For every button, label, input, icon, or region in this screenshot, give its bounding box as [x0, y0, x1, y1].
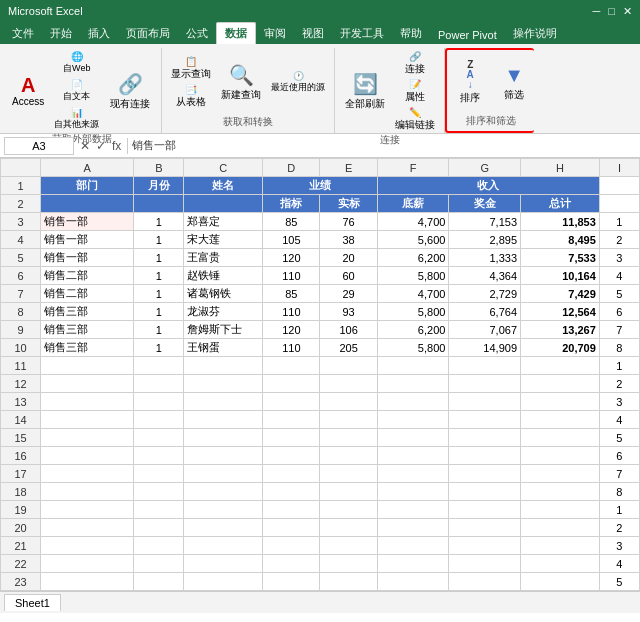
cell-E4[interactable]: 38	[320, 231, 377, 249]
tab-data[interactable]: 数据	[216, 22, 256, 44]
cell-H3[interactable]: 11,853	[521, 213, 600, 231]
tab-insert[interactable]: 插入	[80, 23, 118, 44]
col-E[interactable]: E	[320, 159, 377, 177]
row-num-10[interactable]: 10	[1, 339, 41, 357]
cell-D5[interactable]: 120	[263, 249, 320, 267]
cell-A3[interactable]: 销售一部	[41, 213, 134, 231]
cell-E10[interactable]: 205	[320, 339, 377, 357]
tab-formula[interactable]: 公式	[178, 23, 216, 44]
col-B[interactable]: B	[134, 159, 184, 177]
row-num-1[interactable]: 1	[1, 177, 41, 195]
cell-G2[interactable]: 奖金	[449, 195, 521, 213]
cell-C10[interactable]: 王钢蛋	[184, 339, 263, 357]
cell-H4[interactable]: 8,495	[521, 231, 600, 249]
tab-help[interactable]: 帮助	[392, 23, 430, 44]
confirm-formula-icon[interactable]: ✓	[94, 139, 108, 153]
cell-H5[interactable]: 7,533	[521, 249, 600, 267]
cell-I8[interactable]: 6	[599, 303, 639, 321]
cell-E2[interactable]: 实标	[320, 195, 377, 213]
col-H[interactable]: H	[521, 159, 600, 177]
cell-I10[interactable]: 8	[599, 339, 639, 357]
cell-C8[interactable]: 龙淑芬	[184, 303, 263, 321]
row-num-2[interactable]: 2	[1, 195, 41, 213]
row-num-7[interactable]: 7	[1, 285, 41, 303]
col-I[interactable]: I	[599, 159, 639, 177]
cell-D3[interactable]: 85	[263, 213, 320, 231]
cell-F1[interactable]: 收入	[377, 177, 599, 195]
cell-B3[interactable]: 1	[134, 213, 184, 231]
tab-start[interactable]: 开始	[42, 23, 80, 44]
close-icon[interactable]: ✕	[623, 5, 632, 18]
cell-I2[interactable]	[599, 195, 639, 213]
tab-view[interactable]: 视图	[294, 23, 332, 44]
cell-I3[interactable]: 1	[599, 213, 639, 231]
cell-I9[interactable]: 7	[599, 321, 639, 339]
cell-A8[interactable]: 销售三部	[41, 303, 134, 321]
cell-B5[interactable]: 1	[134, 249, 184, 267]
cell-E5[interactable]: 20	[320, 249, 377, 267]
show-query-button[interactable]: 📋 显示查询	[168, 55, 214, 82]
col-C[interactable]: C	[184, 159, 263, 177]
row-num-3[interactable]: 3	[1, 213, 41, 231]
cell-I1[interactable]	[599, 177, 639, 195]
cell-C2[interactable]	[184, 195, 263, 213]
col-F[interactable]: F	[377, 159, 449, 177]
cell-G7[interactable]: 2,729	[449, 285, 521, 303]
other-sources-button[interactable]: 📊 自其他来源	[51, 106, 102, 132]
cell-A7[interactable]: 销售二部	[41, 285, 134, 303]
cell-C7[interactable]: 诸葛钢铁	[184, 285, 263, 303]
cell-G10[interactable]: 14,909	[449, 339, 521, 357]
tab-page-layout[interactable]: 页面布局	[118, 23, 178, 44]
cell-G8[interactable]: 6,764	[449, 303, 521, 321]
cell-I5[interactable]: 3	[599, 249, 639, 267]
cell-A4[interactable]: 销售一部	[41, 231, 134, 249]
maximize-icon[interactable]: □	[608, 5, 615, 18]
connections-button[interactable]: 🔗 连接	[392, 50, 438, 77]
text-button[interactable]: 📄 自文本	[51, 78, 102, 104]
cell-I6[interactable]: 4	[599, 267, 639, 285]
cell-F4[interactable]: 5,600	[377, 231, 449, 249]
cancel-formula-icon[interactable]: ✕	[78, 139, 92, 153]
new-query-button[interactable]: 🔍 新建查询	[217, 61, 265, 104]
cell-I7[interactable]: 5	[599, 285, 639, 303]
cell-E8[interactable]: 93	[320, 303, 377, 321]
cell-D9[interactable]: 120	[263, 321, 320, 339]
cell-B7[interactable]: 1	[134, 285, 184, 303]
cell-C5[interactable]: 王富贵	[184, 249, 263, 267]
web-button[interactable]: 🌐 自Web	[51, 50, 102, 76]
cell-A9[interactable]: 销售三部	[41, 321, 134, 339]
cell-E9[interactable]: 106	[320, 321, 377, 339]
minimize-icon[interactable]: ─	[593, 5, 601, 18]
cell-B4[interactable]: 1	[134, 231, 184, 249]
tab-file[interactable]: 文件	[4, 23, 42, 44]
row-num-5[interactable]: 5	[1, 249, 41, 267]
cell-A6[interactable]: 销售二部	[41, 267, 134, 285]
cell-B2[interactable]	[134, 195, 184, 213]
name-box[interactable]	[4, 137, 74, 155]
cell-B9[interactable]: 1	[134, 321, 184, 339]
cell-G4[interactable]: 2,895	[449, 231, 521, 249]
tab-search[interactable]: 操作说明	[505, 23, 565, 44]
access-button[interactable]: A Access	[8, 73, 48, 109]
cell-A2[interactable]	[41, 195, 134, 213]
cell-F3[interactable]: 4,700	[377, 213, 449, 231]
cell-H9[interactable]: 13,267	[521, 321, 600, 339]
cell-D10[interactable]: 110	[263, 339, 320, 357]
cell-D4[interactable]: 105	[263, 231, 320, 249]
col-D[interactable]: D	[263, 159, 320, 177]
cell-D2[interactable]: 指标	[263, 195, 320, 213]
cell-B1[interactable]: 月份	[134, 177, 184, 195]
col-G[interactable]: G	[449, 159, 521, 177]
row-num-8[interactable]: 8	[1, 303, 41, 321]
cell-F8[interactable]: 5,800	[377, 303, 449, 321]
cell-H2[interactable]: 总计	[521, 195, 600, 213]
filter-button[interactable]: ▼ 筛选	[495, 62, 533, 104]
sheet-tab-1[interactable]: Sheet1	[4, 594, 61, 611]
cell-F2[interactable]: 底薪	[377, 195, 449, 213]
cell-C1[interactable]: 姓名	[184, 177, 263, 195]
cell-H7[interactable]: 7,429	[521, 285, 600, 303]
refresh-all-button[interactable]: 🔄 全部刷新	[341, 70, 389, 113]
cell-F9[interactable]: 6,200	[377, 321, 449, 339]
cell-D6[interactable]: 110	[263, 267, 320, 285]
cell-G5[interactable]: 1,333	[449, 249, 521, 267]
